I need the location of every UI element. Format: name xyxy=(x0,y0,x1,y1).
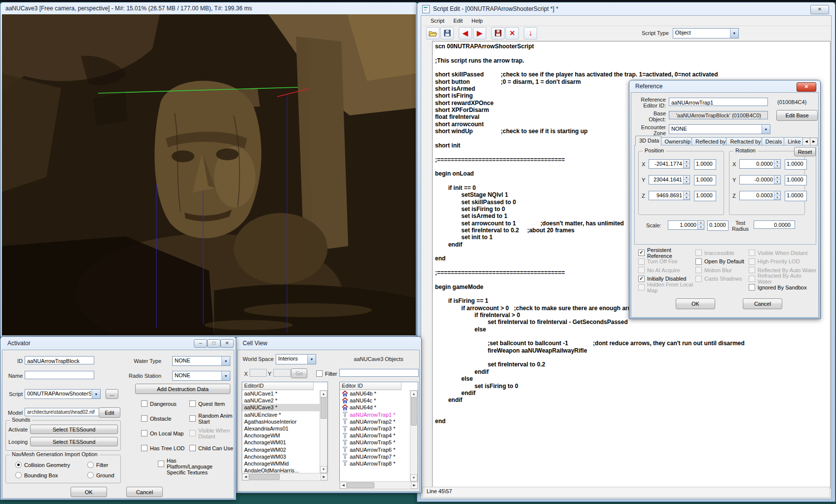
x-extra-field[interactable]: 1.0000 xyxy=(694,159,716,170)
go-button[interactable]: Go xyxy=(291,368,307,378)
cell-list-header[interactable]: EditorID xyxy=(242,382,314,390)
y-spinner[interactable]: 23044.1641▲▼ xyxy=(649,175,690,184)
scroll-up-icon[interactable]: ▲ xyxy=(410,391,417,397)
model-edit-button[interactable]: Edit xyxy=(99,407,120,418)
spin-up-icon[interactable]: ▲ xyxy=(698,221,704,225)
cell-row[interactable]: aaNUEnclave * xyxy=(242,411,327,418)
object-list-hscrollbar[interactable]: ◀ ▶ xyxy=(339,481,418,489)
z-spinner[interactable]: 9469.8691▲▼ xyxy=(649,191,690,200)
menu-edit[interactable]: Edit xyxy=(449,16,467,25)
radio-bounding-box[interactable]: Bounding Box xyxy=(15,471,87,479)
delete-script-button[interactable]: ✕ xyxy=(506,27,519,39)
spin-down-icon[interactable]: ▼ xyxy=(684,180,690,184)
cell-row[interactable]: aaNUCave1 * xyxy=(242,390,327,397)
spin-up-icon[interactable]: ▲ xyxy=(684,160,690,164)
object-list-header[interactable]: Editor ID xyxy=(340,382,401,390)
spin-down-icon[interactable]: ▼ xyxy=(774,164,780,169)
looping-sound-button[interactable]: Select TESSound xyxy=(30,437,118,446)
scale-extra-field[interactable]: 0.1000 xyxy=(707,220,728,231)
menu-help[interactable]: Help xyxy=(467,16,487,25)
checkbox-dangerous[interactable]: Dangerous xyxy=(141,399,190,408)
cell-row[interactable]: AnchorageWM01 xyxy=(242,439,327,446)
tab-reflected-by[interactable]: Reflected by xyxy=(691,137,727,145)
object-row[interactable]: aaNUArrowTrap5 * xyxy=(340,439,418,446)
spin-up-icon[interactable]: ▲ xyxy=(774,176,780,180)
activate-sound-button[interactable]: Select TESSound xyxy=(30,425,118,434)
spin-down-icon[interactable]: ▼ xyxy=(774,196,780,200)
scroll-down-icon[interactable]: ▼ xyxy=(410,474,417,481)
tab-refracted-by[interactable]: Refracted by xyxy=(726,137,762,145)
script-select[interactable]: 00NUTRAPArrowShooterScript ▼ xyxy=(25,389,101,399)
reference-editor-id-field[interactable] xyxy=(669,98,768,106)
object-row[interactable]: aaNUArrowTrap6 * xyxy=(340,446,418,453)
chevron-down-icon[interactable]: ▼ xyxy=(762,125,770,134)
cell-row[interactable]: AnchorageWMMid xyxy=(242,460,327,467)
checkbox-refracted-by-auto-water[interactable]: Refracted By Auto Water xyxy=(749,275,817,283)
cell-row[interactable]: AnchorageWM03 xyxy=(242,453,327,460)
checkbox-quest-item[interactable]: Quest Item xyxy=(189,399,235,408)
z-extra-field[interactable]: 1.0000 xyxy=(694,191,716,201)
x-spinner[interactable]: 0.0000▲▼ xyxy=(739,159,781,169)
render-viewport[interactable] xyxy=(2,14,416,335)
object-row[interactable]: aaNU64c * xyxy=(340,397,418,404)
chevron-down-icon[interactable]: ▼ xyxy=(221,371,230,380)
checkbox-persistent-reference[interactable]: ✓Persistent Reference xyxy=(638,249,696,257)
spin-up-icon[interactable]: ▲ xyxy=(684,176,690,180)
reference-cancel-button[interactable]: Cancel xyxy=(743,298,782,309)
object-row[interactable]: aaNU64d * xyxy=(340,404,418,411)
object-row[interactable]: aaNUArrowTrap2 * xyxy=(340,418,418,425)
checkbox-obstacle[interactable]: Obstacle xyxy=(141,414,190,423)
cell-row[interactable]: AnchorageWM02 xyxy=(242,446,327,453)
spin-up-icon[interactable]: ▲ xyxy=(774,191,780,196)
add-destruction-data-button[interactable]: Add Destruction Data xyxy=(135,384,230,394)
x-field[interactable] xyxy=(250,369,267,377)
checkbox-motion-blur[interactable]: Motion Blur xyxy=(695,266,749,274)
scale-spinner[interactable]: 1.0000 ▲▼ xyxy=(668,220,704,230)
scroll-right-icon[interactable]: ▶ xyxy=(411,482,418,489)
radio-filter[interactable]: Filter xyxy=(87,461,117,469)
checkbox-hidden-from-local-map[interactable]: Hidden From Local Map xyxy=(638,283,696,291)
spin-down-icon[interactable]: ▼ xyxy=(684,164,690,169)
previous-script-button[interactable]: ◀ xyxy=(459,27,472,39)
water-type-select[interactable]: NONE ▼ xyxy=(172,356,230,366)
checkbox-random-anim-start[interactable]: Random Anim Start xyxy=(189,414,235,423)
name-field[interactable] xyxy=(25,371,94,379)
radio-collision-geometry[interactable]: Collision Geometry xyxy=(15,461,87,469)
script-browse-button[interactable]: ... xyxy=(106,389,118,399)
y-spinner[interactable]: -0.0000▲▼ xyxy=(739,175,781,184)
id-field[interactable] xyxy=(25,356,94,364)
scroll-left-icon[interactable]: ◀ xyxy=(242,473,249,480)
object-row[interactable]: aaNU64b * xyxy=(340,390,418,397)
checkbox-no-ai-acquire[interactable]: No AI Acquire xyxy=(638,266,696,274)
recompile-all-button[interactable]: ↓ xyxy=(524,27,537,39)
encounter-zone-select[interactable]: NONE ▼ xyxy=(669,124,770,134)
reference-titlebar[interactable]: Reference ✕ xyxy=(629,80,820,92)
tab-decals[interactable]: Decals xyxy=(762,137,784,145)
edit-base-button[interactable]: Edit Base xyxy=(776,110,818,121)
spin-down-icon[interactable]: ▼ xyxy=(774,180,780,184)
checkbox-on-local-map[interactable]: On Local Map xyxy=(141,429,190,437)
checkbox-has-platform-language-specific-textures[interactable]: Has Platform/Language Specific Textures xyxy=(158,458,222,472)
chevron-down-icon[interactable]: ▼ xyxy=(221,357,230,365)
cell-row[interactable]: AnchorageWM xyxy=(242,432,327,439)
render-window-titlebar[interactable]: aaNUCave3 [Free camera, perspective] - M… xyxy=(0,2,417,14)
checkbox-has-tree-lod[interactable]: Has Tree LOD xyxy=(141,444,190,452)
chevron-down-icon[interactable]: ▼ xyxy=(92,390,100,398)
scroll-left-icon[interactable]: ◀ xyxy=(340,482,347,489)
y-extra-field[interactable]: 1.0000 xyxy=(785,175,807,185)
object-list-vscrollbar[interactable]: ▲ ▼ xyxy=(410,390,418,482)
save-script-button[interactable] xyxy=(440,27,454,39)
activator-titlebar[interactable]: Activator – □ ✕ xyxy=(0,337,236,350)
object-row[interactable]: aaNUArrowTrap4 * xyxy=(340,432,418,439)
spin-up-icon[interactable]: ▲ xyxy=(684,191,690,196)
cell-view-titlebar[interactable]: Cell View xyxy=(236,337,421,350)
reset-button[interactable]: Reset xyxy=(794,147,816,156)
cell-row[interactable]: aaNUCave2 * xyxy=(242,397,327,404)
filter-checkbox[interactable]: Filter xyxy=(316,369,337,378)
scroll-right-icon[interactable]: ▶ xyxy=(321,473,327,480)
reference-close-button[interactable]: ✕ xyxy=(797,82,816,92)
menu-script[interactable]: Script xyxy=(426,16,449,25)
model-field[interactable]: architecture\statues\head02.nif xyxy=(25,408,99,416)
checkbox-visible-when-distant[interactable]: Visible When Distant xyxy=(189,429,235,437)
spin-down-icon[interactable]: ▼ xyxy=(684,196,690,200)
